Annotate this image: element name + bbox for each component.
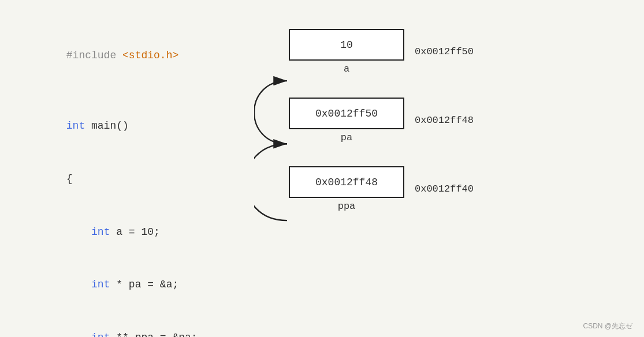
main-container: #include <stdio.h> int main() { int a = …	[0, 0, 644, 337]
diagram-section: 10 a 0x0012ff50 0x0012ff50 pa 0x0012ff48	[254, 17, 632, 320]
var-ppa-text: ** ppa = &pa;	[110, 332, 197, 337]
memory-boxes: 10 a 0x0012ff50 0x0012ff50 pa 0x0012ff48	[289, 29, 474, 235]
memory-box-pa: 0x0012ff50	[289, 98, 404, 129]
memory-address-ppa: 0x0012ff40	[415, 184, 474, 194]
memory-address-pa: 0x0012ff48	[415, 115, 474, 126]
memory-box-ppa: 0x0012ff48	[289, 166, 404, 198]
memory-box-a-wrapper: 10 a	[289, 29, 404, 74]
watermark: CSDN @先忘ゼ	[583, 321, 632, 331]
main-func-line: int main()	[29, 99, 237, 152]
var-a-text: a = 10;	[110, 226, 159, 238]
var-pa-indent	[66, 279, 91, 290]
memory-row-ppa: 0x0012ff48 ppa 0x0012ff40	[289, 166, 474, 212]
memory-label-pa: pa	[341, 132, 352, 143]
var-pa-text: * pa = &a;	[110, 279, 178, 290]
memory-box-pa-wrapper: 0x0012ff50 pa	[289, 98, 404, 143]
include-text: #include	[66, 50, 122, 61]
memory-box-a-value: 10	[340, 39, 353, 51]
var-a-indent	[66, 226, 91, 238]
memory-label-ppa: ppa	[338, 201, 356, 212]
memory-box-a: 10	[289, 29, 404, 61]
var-ppa-indent	[66, 332, 91, 337]
include-line: #include <stdio.h>	[29, 29, 237, 82]
open-brace-line: {	[29, 152, 237, 205]
arrow-ppa-to-pa	[254, 144, 287, 220]
arrow-pa-to-a	[254, 81, 287, 144]
memory-row-pa: 0x0012ff50 pa 0x0012ff48	[289, 98, 474, 143]
main-func-text: main()	[85, 120, 129, 132]
memory-box-pa-value: 0x0012ff50	[315, 108, 378, 119]
var-a-line: int a = 10;	[29, 205, 237, 259]
int-keyword-main: int	[66, 120, 85, 132]
int-keyword-a: int	[91, 226, 110, 238]
int-keyword-ppa: int	[91, 332, 110, 337]
memory-address-a: 0x0012ff50	[415, 46, 474, 57]
open-brace: {	[66, 173, 73, 185]
code-section: #include <stdio.h> int main() { int a = …	[12, 17, 254, 320]
memory-box-ppa-value: 0x0012ff48	[315, 177, 378, 188]
var-pa-line: int * pa = &a;	[29, 259, 237, 312]
int-keyword-pa: int	[91, 279, 110, 290]
var-ppa-line: int ** ppa = &pa;	[29, 312, 237, 338]
memory-box-ppa-wrapper: 0x0012ff48 ppa	[289, 166, 404, 212]
blank-line-1	[29, 82, 237, 100]
memory-row-a: 10 a 0x0012ff50	[289, 29, 474, 74]
include-header: <stdio.h>	[122, 50, 178, 61]
memory-label-a: a	[344, 63, 349, 74]
